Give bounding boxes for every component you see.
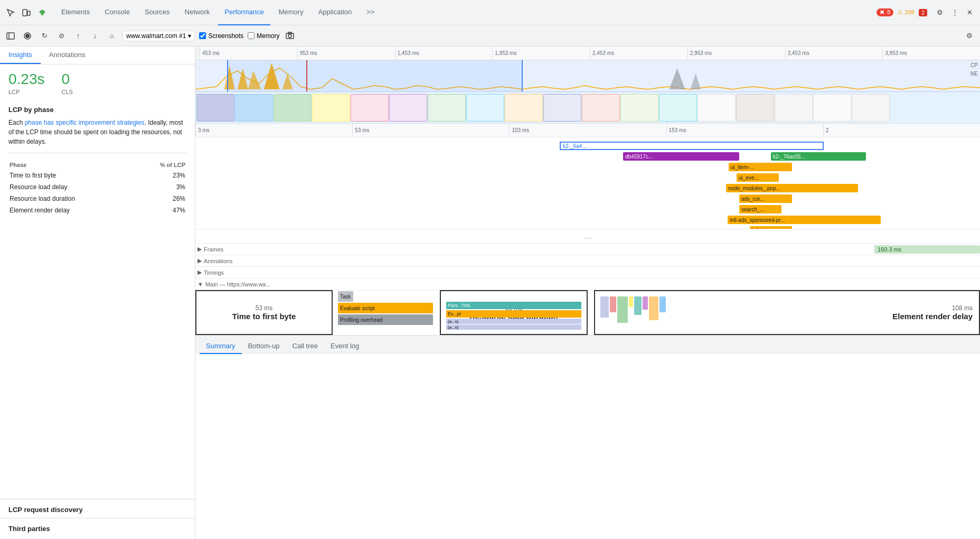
thumb-9[interactable] [505,94,543,122]
cls-label: CLS [62,89,73,95]
thumb-8[interactable] [466,94,504,122]
erd-bar7 [649,296,658,320]
frames-green-bar: 160.3 ms [874,245,980,254]
close-icon[interactable]: ✕ [963,6,976,19]
flame-evpt[interactable]: Ev...pt [446,310,581,318]
sidebar-toggle-icon[interactable] [4,30,17,42]
network-bar-node-modules[interactable]: node_modules_.pnp... [726,184,858,192]
ruler-mark-1: 953 ms [297,47,395,60]
network-bar-ui-eve[interactable]: ui_eve... [737,173,779,182]
thumb-2[interactable] [235,94,273,122]
upload-icon[interactable]: ↑ [72,30,84,42]
lcp-description: Each phase has specific improvement stra… [8,118,186,146]
left-panel: Insights Annotations 0.23s LCP 0 CLS LCP… [0,47,195,539]
flame-task[interactable]: Task [338,291,353,302]
tab-sources[interactable]: Sources [138,0,176,25]
erd-bar3 [617,296,628,323]
memory-checkbox[interactable] [248,32,255,39]
warning-count-badge[interactable]: ⚠ 208 [898,9,914,16]
tab-elements[interactable]: Elements [55,0,96,25]
download-icon[interactable]: ↓ [89,30,101,42]
gear-settings-icon[interactable]: ⚙ [963,30,976,42]
thumb-17[interactable] [813,94,851,122]
erd-bar5 [634,296,642,315]
frames-label-text: Frames [204,246,223,253]
device-icon[interactable] [20,6,33,19]
flame-parshtml[interactable]: Pars...TML [446,302,581,309]
refresh-icon[interactable]: ↻ [38,30,51,42]
tab-performance[interactable]: Performance [218,0,270,25]
tab-bottom-up[interactable]: Bottom-up [242,339,286,354]
ruler-mark-2: 1,453 ms [395,47,493,60]
right-panel: 453 ms953 ms1,453 ms1,953 ms2,453 ms2,95… [195,47,980,539]
thumb-12[interactable] [620,94,658,122]
record-icon[interactable] [21,30,34,42]
flame-as1[interactable]: (a...s) [446,319,581,324]
network-bar-k2-76ac05[interactable]: k2-_76ac05... [771,152,866,161]
thumb-18[interactable] [852,94,890,122]
network-bar-intl-ad[interactable]: intl-ad... [750,226,792,229]
thumb-13[interactable] [659,94,697,122]
ruler-53ms: 53 ms [352,124,509,137]
erd-bar6 [643,296,648,310]
screenshots-toggle[interactable]: Screenshots [199,32,243,40]
thumb-4[interactable] [312,94,350,122]
flame-evaluate-script[interactable]: Evaluate script [338,303,433,313]
svg-marker-16 [690,73,701,89]
thumb-1[interactable] [196,94,234,122]
tab-more[interactable]: >> [360,0,381,25]
error-count-badge[interactable]: ✖ 8 [877,8,893,16]
tab-memory[interactable]: Memory [272,0,310,25]
screenshots-checkbox[interactable] [199,32,206,39]
tab-summary[interactable]: Summary [200,339,242,354]
dropdown-icon: ▾ [188,32,191,40]
network-bar-ads-cor[interactable]: ads_cor... [739,194,792,203]
erd-ms: 108 ms [952,304,973,312]
flame-as2[interactable]: (a...s) [446,324,581,330]
phase-table: Phase % of LCP Time to first byte23%Reso… [8,160,186,217]
thumb-15[interactable] [736,94,774,122]
network-bar-db45917c[interactable]: db45917c... [623,152,739,161]
thumb-5[interactable] [351,94,389,122]
memory-toggle[interactable]: Memory [248,32,279,40]
url-selector[interactable]: www.walmart.com #1 ▾ [123,31,195,41]
tab-insights[interactable]: Insights [0,47,41,64]
rld-flames: Pars...TML Ev...pt (a...s) (a...s) [446,302,581,330]
tab-annotations[interactable]: Annotations [41,47,94,64]
thumb-16[interactable] [775,94,813,122]
network-bar-intl-ads[interactable]: intl-ads_sponsored-pr... [728,216,881,224]
network-ruler: 3 ms 53 ms 103 ms 153 ms 2 [195,124,980,137]
warning-icon: ⚠ [898,9,903,15]
more-vert-icon[interactable]: ⋮ [948,6,961,19]
tab-network[interactable]: Network [178,0,216,25]
lcp-label: LCP [8,89,45,95]
cp-label: CP [970,62,978,68]
tab-event-log[interactable]: Event log [324,339,365,354]
flame-profiling[interactable]: Profiling overhead [338,314,433,325]
prohibit-icon[interactable]: ⊘ [55,30,68,42]
flag-badge[interactable]: 2 [919,9,927,16]
phase-strategies-link[interactable]: phase has specific improvement strategie… [25,119,145,126]
capture-icon[interactable] [284,30,296,42]
cursor-icon[interactable] [4,6,17,19]
main-content: Insights Annotations 0.23s LCP 0 CLS LCP… [0,47,980,539]
second-toolbar: ↻ ⊘ ↑ ↓ ⌂ www.walmart.com #1 ▾ Screensho… [0,25,980,47]
tab-application[interactable]: Application [312,0,359,25]
thumb-3[interactable] [274,94,312,122]
home-icon[interactable]: ⌂ [106,30,118,42]
selection-region[interactable] [227,60,523,91]
thumb-14[interactable] [698,94,736,122]
phase-name-cell: Time to first byte [10,170,135,181]
errors-icon: ✖ [880,9,884,15]
tab-console[interactable]: Console [98,0,136,25]
network-bar-ui-item[interactable]: ui_item-... [729,163,792,171]
tab-call-tree[interactable]: Call tree [286,339,324,354]
thumb-11[interactable] [582,94,620,122]
lcp-metric: 0.23s LCP [8,71,45,95]
network-bar-k2-6a4[interactable]: k2-_6a4... [560,142,824,150]
settings-icon[interactable]: ⚙ [934,6,946,19]
thumb-10[interactable] [543,94,581,122]
thumb-6[interactable] [389,94,427,122]
network-bar-search[interactable]: search_... [739,205,781,213]
thumb-7[interactable] [428,94,466,122]
